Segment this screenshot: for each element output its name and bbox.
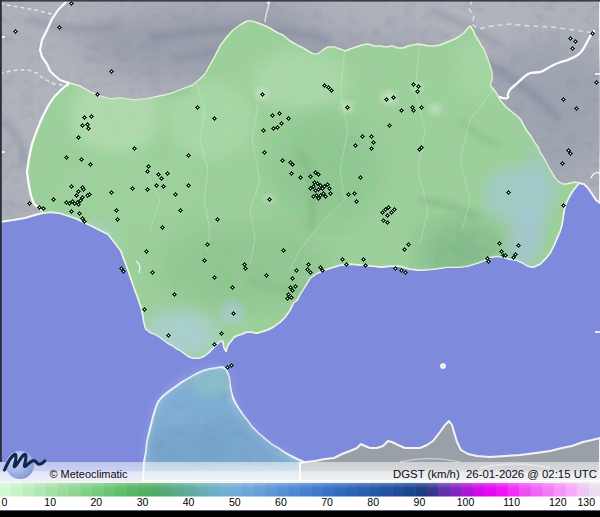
svg-text:110: 110 [503,496,520,508]
svg-text:DGST (km/h) 26-01-2026 @ 02:1: DGST (km/h) 26-01-2026 @ 02:15 UTC [393,468,597,480]
svg-text:130: 130 [577,496,595,508]
svg-text:70: 70 [321,496,333,508]
svg-text:40: 40 [183,496,195,508]
svg-text:20: 20 [90,496,102,508]
svg-text:50: 50 [229,496,241,508]
svg-text:100: 100 [457,496,475,508]
svg-text:10: 10 [44,496,56,508]
svg-text:30: 30 [137,496,149,508]
svg-text:60: 60 [275,496,287,508]
svg-text:90: 90 [414,496,426,508]
svg-text:© Meteoclimatic: © Meteoclimatic [50,468,129,480]
svg-text:120: 120 [549,496,567,508]
svg-text:0: 0 [2,496,8,508]
svg-text:80: 80 [367,496,379,508]
